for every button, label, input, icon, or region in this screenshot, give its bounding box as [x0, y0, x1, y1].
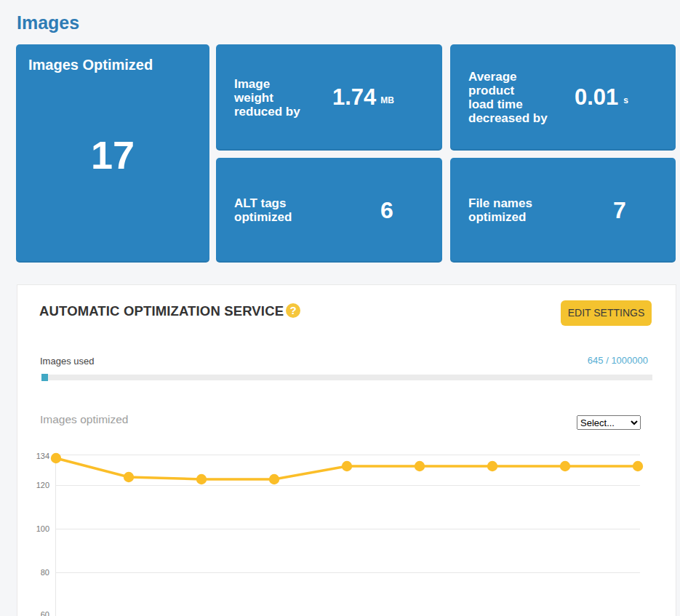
svg-text:80: 80: [41, 568, 49, 577]
svg-text:60: 60: [41, 610, 49, 616]
svg-text:120: 120: [36, 481, 49, 489]
svg-text:134: 134: [36, 452, 49, 460]
svg-text:100: 100: [36, 524, 49, 533]
